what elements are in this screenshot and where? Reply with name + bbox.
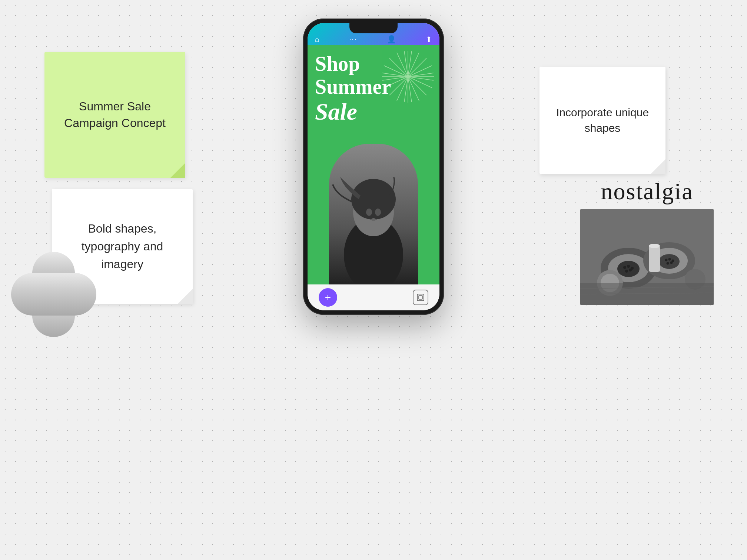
sticky-note-green: Summer Sale Campaign Concept xyxy=(44,52,185,178)
shop-heading: Shop xyxy=(315,53,391,76)
sticky-shapes-text: Incorporate unique shapes xyxy=(554,105,651,136)
person-icon[interactable]: 👤 xyxy=(387,35,396,44)
fruits-svg xyxy=(580,209,714,305)
phone-body: ⌂ ··· 👤 ⬆ xyxy=(303,19,444,315)
sale-heading: Sale xyxy=(315,98,391,126)
nostalgia-section: nostalgia xyxy=(580,178,714,305)
svg-rect-44 xyxy=(417,294,424,301)
phone-notch xyxy=(349,23,398,33)
nostalgia-script: nostalgia xyxy=(580,178,714,205)
campaign-text: Shop Summer Sale xyxy=(315,53,391,126)
svg-point-7 xyxy=(625,270,628,273)
phone-content-area: Shop Summer Sale xyxy=(308,45,439,284)
summer-heading: Summer xyxy=(315,76,391,99)
phone-screen: ⌂ ··· 👤 ⬆ xyxy=(308,23,439,310)
svg-point-40 xyxy=(351,179,396,220)
nostalgia-image xyxy=(580,209,714,305)
quatrefoil-image xyxy=(11,252,96,337)
svg-point-5 xyxy=(627,265,630,268)
model-image xyxy=(329,144,418,284)
svg-point-4 xyxy=(623,266,626,269)
quatrefoil-center xyxy=(32,273,75,316)
svg-point-41 xyxy=(366,209,372,216)
share-icon[interactable]: ⬆ xyxy=(426,35,432,44)
svg-point-8 xyxy=(629,269,632,271)
home-icon[interactable]: ⌂ xyxy=(315,35,319,44)
svg-point-42 xyxy=(375,209,381,216)
svg-point-20 xyxy=(649,244,660,248)
svg-point-15 xyxy=(667,262,669,265)
phone-mockup-container: ⌂ ··· 👤 ⬆ xyxy=(299,19,448,315)
svg-point-11 xyxy=(659,254,680,269)
sticky-green-text: Summer Sale Campaign Concept xyxy=(59,98,170,131)
svg-point-16 xyxy=(670,261,673,264)
sticky-note-white-shapes: Incorporate unique shapes xyxy=(540,67,665,174)
beach-scene-center xyxy=(32,273,75,316)
portrait-svg xyxy=(329,144,418,284)
canvas-icon xyxy=(416,293,425,302)
svg-point-43 xyxy=(371,218,376,221)
svg-point-3 xyxy=(617,261,640,277)
svg-rect-45 xyxy=(419,296,422,299)
svg-point-12 xyxy=(665,259,668,261)
svg-point-13 xyxy=(668,258,671,261)
svg-rect-19 xyxy=(649,246,660,272)
phone-bottombar: + xyxy=(308,284,439,310)
add-button[interactable]: + xyxy=(319,288,337,307)
canvas-button[interactable] xyxy=(413,290,428,305)
more-options-icon[interactable]: ··· xyxy=(349,36,357,43)
